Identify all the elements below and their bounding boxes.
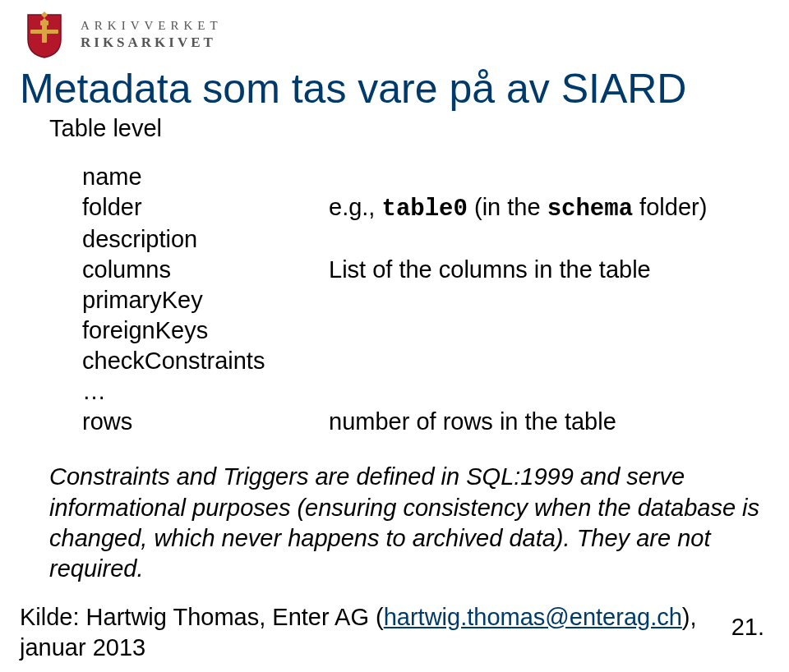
source-line: Kilde: Hartwig Thomas, Enter AG (hartwig… xyxy=(20,602,764,664)
def-val xyxy=(329,285,769,315)
def-key: rows xyxy=(82,407,329,437)
def-val: e.g., table0 (in the schema folder) xyxy=(329,192,769,224)
def-val xyxy=(329,315,769,346)
brand-text: ARKIVVERKET RIKSARKIVET xyxy=(81,19,223,51)
def-key: foreignKeys xyxy=(82,315,329,346)
def-row: … xyxy=(82,376,769,407)
subtitle: Table level xyxy=(0,113,789,162)
def-val xyxy=(329,346,769,376)
page-title: Metadata som tas vare på av SIARD xyxy=(0,59,789,113)
definitions-list: name folder e.g., table0 (in the schema … xyxy=(0,162,789,438)
def-key: checkConstraints xyxy=(82,346,329,376)
def-row: columns List of the columns in the table xyxy=(82,255,769,285)
def-key: name xyxy=(82,162,329,192)
def-row: rows number of rows in the table xyxy=(82,407,769,437)
def-key: folder xyxy=(82,192,329,224)
slide: ARKIVVERKET RIKSARKIVET Metadata som tas… xyxy=(0,0,789,672)
def-val xyxy=(329,376,769,407)
logo-row: ARKIVVERKET RIKSARKIVET xyxy=(0,0,789,59)
crest-icon xyxy=(20,10,69,59)
def-key: … xyxy=(82,376,329,407)
def-row: folder e.g., table0 (in the schema folde… xyxy=(82,192,769,224)
def-row: name xyxy=(82,162,769,192)
def-row: primaryKey xyxy=(82,285,769,315)
def-key: primaryKey xyxy=(82,285,329,315)
brand-line-2: RIKSARKIVET xyxy=(81,35,223,51)
note-paragraph: Constraints and Triggers are defined in … xyxy=(0,437,789,583)
source-prefix: Kilde: Hartwig Thomas, Enter AG ( xyxy=(20,604,384,630)
def-row: foreignKeys xyxy=(82,315,769,346)
def-row: checkConstraints xyxy=(82,346,769,376)
def-key: columns xyxy=(82,255,329,285)
def-val xyxy=(329,162,769,192)
def-row: description xyxy=(82,224,769,255)
def-val xyxy=(329,224,769,255)
def-val: List of the columns in the table xyxy=(329,255,769,285)
def-val: number of rows in the table xyxy=(329,407,769,437)
source-link[interactable]: hartwig.thomas@enterag.ch xyxy=(384,604,682,630)
def-key: description xyxy=(82,224,329,255)
brand-line-1: ARKIVVERKET xyxy=(81,19,223,33)
